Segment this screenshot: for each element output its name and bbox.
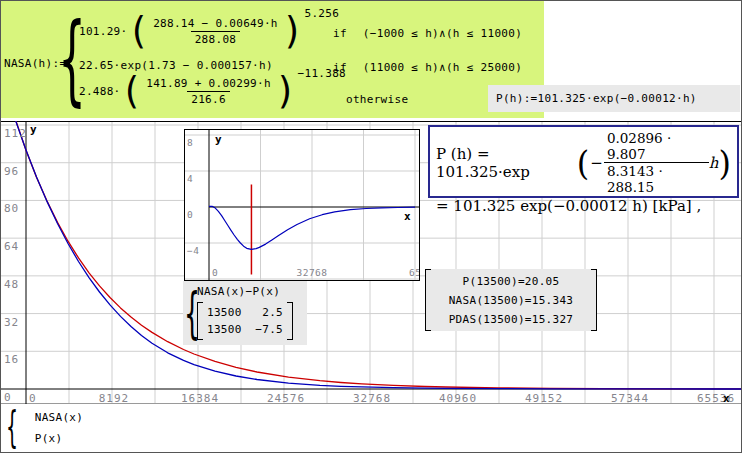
x-tick-label: 65536: [409, 267, 420, 278]
x-tick-label: 32768: [353, 392, 391, 405]
x-tick-label: 0: [29, 392, 37, 405]
inset-plot[interactable]: 840−403276865536yx: [184, 129, 420, 281]
open-paren: (: [577, 146, 589, 180]
diff-title: NASA(x)−P(x): [197, 285, 280, 298]
y-tick-label: 80: [4, 202, 19, 215]
open-paren: (: [127, 12, 149, 50]
nasa-branch-1: 101.29· ( 288.14 − 0.00649·h 288.08 ) 5.…: [79, 13, 339, 49]
nasa-branch-2: 22.65·exp(1.73 − 0.000157·h): [79, 59, 273, 72]
close-paren: ): [275, 72, 297, 110]
legend-items: NASA(x)P(x): [35, 407, 83, 449]
branch1-fraction: 288.14 − 0.00649·h 288.08: [149, 16, 282, 47]
x-tick-label: 0: [212, 267, 218, 278]
open-paren: (: [121, 72, 143, 110]
x-axis-label: x: [723, 392, 730, 405]
y-tick-label: 32: [4, 316, 19, 329]
diff-matrix: 135002.513500−7.5: [197, 302, 293, 340]
fraction-numerator: 0.02896 · 9.807: [604, 130, 709, 162]
x-tick-label: 32768: [296, 267, 327, 278]
if-keyword: if: [333, 27, 347, 40]
derivation-line1: P (h) = 101.325·exp ( − 0.02896 · 9.807 …: [436, 130, 731, 195]
p-definition-box[interactable]: P(h):=101.325·exp(−0.00012·h): [488, 85, 740, 112]
legend-item: P(x): [35, 428, 83, 449]
branch3-fraction: 141.89 + 0.00299·h 216.6: [142, 76, 275, 107]
condition2-expr: (11000 ≤ h)∧(h ≤ 25000): [363, 61, 522, 74]
nasa-lhs: NASA(h):=: [4, 57, 66, 70]
fraction-numerator: 288.14 − 0.00649·h: [149, 16, 282, 31]
diff-matrix-box[interactable]: { NASA(x)−P(x) 135002.513500−7.5: [183, 281, 307, 345]
trace-legend: { NASA(x)P(x): [6, 405, 83, 451]
results-lines: P(13500)=20.05NASA(13500)=15.343PDAS(135…: [431, 269, 591, 331]
close-paren: ): [719, 146, 731, 180]
result-line: PDAS(13500)=15.327: [449, 310, 574, 329]
x-axis-label: x: [404, 210, 411, 223]
y-tick-label: 4: [187, 173, 193, 184]
x-tick-label: 24576: [267, 392, 305, 405]
fraction-denominator: 288.08: [191, 31, 241, 47]
matrix-cell: 13500: [207, 304, 249, 321]
condition-3: otherwise: [346, 93, 408, 106]
y-tick-label: 8: [187, 137, 193, 148]
matrix-rows: 135002.513500−7.5: [203, 302, 287, 340]
otherwise-keyword: otherwise: [346, 93, 408, 106]
y-tick-label: −4: [187, 245, 199, 256]
legend-item: NASA(x): [35, 407, 83, 428]
fraction-denominator: 8.3143 · 288.15: [604, 162, 709, 195]
condition-1: if (−1000 ≤ h)∧(h ≤ 11000): [333, 27, 522, 40]
matrix-cell: −7.5: [249, 321, 283, 338]
matrix-cell: 2.5: [249, 304, 283, 321]
matrix-row: 135002.5: [207, 304, 283, 321]
nasa-definition-region[interactable]: NASA(h):= { 101.29· ( 288.14 − 0.00649·h…: [1, 1, 544, 118]
y-tick-label: 64: [4, 240, 19, 253]
legend-brace-icon: {: [6, 405, 18, 451]
derivation-fraction: 0.02896 · 9.807 8.3143 · 288.15: [604, 130, 709, 195]
results-bracket-right: [591, 269, 597, 331]
y-axis-label: y: [215, 133, 222, 146]
minus-sign: −: [590, 154, 603, 172]
x-tick-label: 49152: [525, 392, 563, 405]
branch1-exponent: 5.256: [304, 7, 339, 20]
y-tick-label: 48: [4, 278, 19, 291]
p-definition: P(h):=101.325·exp(−0.00012·h): [496, 92, 697, 105]
result-line: NASA(13500)=15.343: [449, 291, 574, 310]
y-tick-label: 112: [4, 127, 27, 140]
derivation-box[interactable]: P (h) = 101.325·exp ( − 0.02896 · 9.807 …: [428, 125, 739, 198]
x-tick-label: 40960: [439, 392, 477, 405]
y-tick-label: 0: [187, 209, 193, 220]
results-box[interactable]: P(13500)=20.05NASA(13500)=15.343PDAS(135…: [425, 269, 597, 331]
y-tick-label: 16: [4, 353, 19, 366]
x-tick-label: 57344: [611, 392, 649, 405]
close-paren: ): [282, 12, 304, 50]
nasa-branch-3: 2.488· ( 141.89 + 0.00299·h 216.6 ) −11.…: [79, 73, 346, 109]
matrix-cell: 13500: [207, 321, 249, 338]
derivation-lead: P (h) = 101.325·exp: [436, 145, 577, 181]
condition1-expr: (−1000 ≤ h)∧(h ≤ 11000): [363, 27, 522, 40]
branch3-prefix: 2.488·: [79, 85, 121, 98]
branch1-prefix: 101.29·: [79, 25, 127, 38]
derivation-line2: = 101.325 exp(−0.00012 h) [kPa] ,: [436, 197, 731, 215]
mathcad-worksheet: NASA(h):= { 101.29· ( 288.14 − 0.00649·h…: [0, 0, 742, 453]
matrix-row: 13500−7.5: [207, 321, 283, 338]
y-tick-label: 96: [4, 165, 19, 178]
variable-h: h: [709, 154, 719, 172]
fraction-denominator: 216.6: [187, 91, 230, 107]
x-tick-label: 8192: [99, 392, 130, 405]
y-axis-label: y: [30, 123, 37, 136]
matrix-bracket-right: [287, 302, 293, 340]
condition-2: if (11000 ≤ h)∧(h ≤ 25000): [333, 61, 522, 74]
result-line: P(13500)=20.05: [463, 272, 560, 291]
fraction-numerator: 141.89 + 0.00299·h: [142, 76, 275, 91]
branch2-expression: 22.65·exp(1.73 − 0.000157·h): [79, 59, 273, 72]
x-tick-label: 16384: [181, 392, 219, 405]
if-keyword: if: [333, 61, 347, 74]
